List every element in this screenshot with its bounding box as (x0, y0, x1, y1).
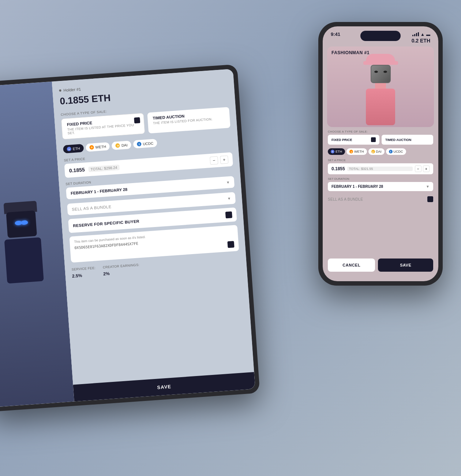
phone-dai-icon: ◈ (371, 150, 375, 153)
bundle-chevron: ▼ (227, 196, 231, 201)
phone-stepper-plus[interactable]: + (423, 166, 430, 172)
phone-weth-icon: ⊕ (349, 150, 353, 153)
holder-label: Holder #1 (63, 87, 81, 92)
phone-currency-usdc[interactable]: $ UCDC (386, 148, 406, 155)
phone-sale-fixed[interactable]: FIXED PRICE (328, 135, 379, 145)
reserve-toggle[interactable] (225, 211, 232, 218)
fashion-hat-top (366, 54, 395, 61)
phone-save-button[interactable]: SAVE (378, 259, 433, 272)
purchase-toggle[interactable] (227, 241, 234, 248)
phone-notch (360, 31, 401, 41)
phone-cancel-button[interactable]: CANCEL (328, 259, 375, 272)
phone-bundle-toggle[interactable] (427, 196, 433, 202)
fashion-body (366, 89, 395, 125)
phone-price-label: Set a price (328, 159, 433, 162)
phone-duration-text: FEBRUARY 1 - FEBRUARY 28 (331, 185, 383, 189)
phone-sale-type-label: Choose a type of sale: (328, 130, 433, 133)
currency-btn-weth[interactable]: ⊕ WETH (86, 142, 110, 152)
tablet-content: Holder #1 0.1855 ETH Choose a type of sa… (52, 69, 255, 401)
creator-earnings-item: CREATOR EARNINGS: 2% (103, 263, 140, 277)
phone-stepper-row: − + (415, 166, 430, 172)
sale-option-fixed[interactable]: FIXED PRICE THE ITEM IS LISTED AT THE PR… (61, 113, 145, 140)
tablet-device: Holder #1 0.1855 ETH Choose a type of sa… (0, 64, 260, 412)
creator-earnings-value: 2% (103, 271, 110, 276)
stepper-minus-btn[interactable]: − (210, 156, 218, 165)
phone-duration-value[interactable]: FEBRUARY 1 - FEBRUARY 28 ▼ (328, 182, 433, 191)
eth-label: ETH (72, 146, 80, 150)
robot-eye-right (20, 220, 28, 225)
phone-stepper-minus[interactable]: − (415, 166, 421, 172)
phone-form: Choose a type of sale: FIXED PRICE TIMED… (323, 130, 438, 204)
weth-label: WETH (95, 144, 106, 149)
signal-bar-3 (416, 33, 417, 36)
phone-sale-type-row: FIXED PRICE TIMED AUCTION (328, 135, 433, 145)
mask-eye-left (374, 71, 378, 73)
usdc-icon: $ (137, 142, 142, 146)
phone-bundle-label: SELL AS A BUNDLE (328, 197, 363, 201)
phone-sale-fixed-title: FIXED PRICE (331, 138, 352, 142)
phone-eth-icon: ♦ (331, 150, 334, 153)
signal-bar-4 (418, 32, 419, 36)
price-input-value[interactable]: 0.1855 (69, 167, 85, 174)
phone-sale-fixed-checkbox[interactable] (371, 137, 376, 142)
phone-currency-eth[interactable]: ♦ ETH (328, 148, 345, 155)
fashion-figure (355, 54, 406, 127)
currency-btn-eth[interactable]: ♦ ETH (63, 144, 84, 153)
phone-dai-label: DAI (376, 150, 382, 153)
eth-icon: ♦ (67, 146, 71, 151)
phone-weth-label: WETH (354, 150, 364, 153)
tablet-screen: Holder #1 0.1855 ETH Choose a type of sa… (0, 69, 255, 407)
dai-icon: ◈ (115, 143, 120, 148)
phone-usdc-label: UCDC (394, 150, 403, 153)
robot-body (4, 237, 44, 284)
bundle-label: SELL AS A BUNDLE (72, 204, 112, 212)
weth-icon: ⊕ (89, 145, 94, 150)
service-fee-value: 2.5% (72, 273, 82, 279)
robot-head (6, 211, 37, 238)
currency-btn-usdc[interactable]: $ UCDC (133, 139, 157, 148)
signal-bar-2 (414, 34, 415, 36)
phone-currency-weth[interactable]: ⊕ WETH (346, 148, 367, 155)
stepper-plus-btn[interactable]: + (220, 156, 228, 164)
tablet-save-label: SAVE (157, 384, 171, 390)
fashion-mask (371, 65, 391, 83)
sale-option-auction[interactable]: TIMED AUCTION THE ITEM IS LISTED FOR AUC… (147, 107, 230, 133)
service-fee-label: SERVICE FEE: (71, 266, 95, 272)
phone-time: 9:41 (331, 31, 340, 37)
creator-earnings-label: CREATOR EARNINGS: (103, 263, 140, 269)
battery-icon: ▬ (426, 32, 430, 37)
price-total: TOTAL: $298.24 (88, 164, 120, 172)
signal-bars (412, 32, 419, 36)
mask-eye-right (383, 71, 387, 73)
duration-text: FEBRUARY 1 - FEBRUARY 28 (71, 187, 128, 196)
phone-nft-image: FASHIONMAN #1 (327, 47, 434, 127)
phone-duration-chevron: ▼ (426, 185, 430, 189)
phone-sale-auction[interactable]: TIMED AUCTION (382, 135, 433, 145)
phone-screen: 9:41 ▲ ▬ 0.2 ETH FASHIONMAN #1 (323, 26, 438, 281)
wifi-icon: ▲ (420, 32, 425, 37)
reserve-label: RESERVE FOR SPECIFIC BUYER (73, 219, 139, 228)
phone-buttons-row: CANCEL SAVE (323, 255, 438, 275)
usdc-label: UCDC (143, 141, 154, 146)
phone-currency-row: ♦ ETH ⊕ WETH ◈ DAI $ UCDC (328, 148, 433, 155)
sale-option-fixed-checkbox[interactable] (134, 117, 140, 123)
currency-btn-dai[interactable]: ◈ DAI (112, 141, 131, 150)
signal-bar-1 (412, 35, 413, 36)
duration-chevron: ▼ (226, 180, 230, 185)
dai-label: DAI (121, 143, 127, 147)
holder-dot (59, 89, 61, 92)
phone-price-total: TOTAL: $321.55 (347, 167, 413, 171)
phone-sale-auction-title: TIMED AUCTION (385, 138, 411, 142)
phone-currency-dai[interactable]: ◈ DAI (368, 148, 385, 155)
phone-usdc-icon: $ (389, 150, 393, 153)
fashion-neck (375, 83, 386, 89)
phone-price-value[interactable]: 0.1855 (331, 166, 345, 171)
phone-bundle-row[interactable]: SELL AS A BUNDLE (328, 194, 433, 204)
service-fee-item: SERVICE FEE: 2.5% (71, 266, 96, 279)
nft-robot (0, 198, 57, 319)
phone-eth-label: ETH (336, 150, 342, 153)
phone-device: 9:41 ▲ ▬ 0.2 ETH FASHIONMAN #1 (318, 22, 443, 286)
phone-status-icons: ▲ ▬ (412, 32, 430, 37)
phone-duration-label: Set duration (328, 177, 433, 181)
phone-price-row: 0.1855 TOTAL: $321.55 − + (328, 163, 433, 174)
